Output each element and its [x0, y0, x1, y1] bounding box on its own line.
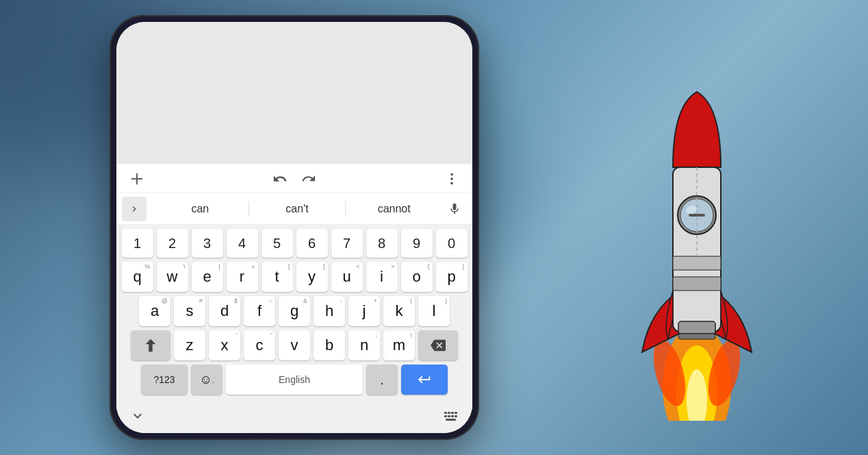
svg-rect-27 [678, 321, 715, 334]
key-2[interactable]: 2 [157, 229, 188, 258]
asdf-row: @a #s $d −f &g -h +j (k )l [119, 296, 470, 326]
key-c[interactable]: "c [244, 330, 275, 360]
key-s[interactable]: #s [174, 296, 205, 326]
suggestion-cannot[interactable]: cannot [346, 200, 442, 218]
svg-rect-13 [446, 419, 456, 421]
number-row: 1 2 3 4 5 6 7 8 9 0 [119, 229, 470, 258]
more-options-icon[interactable] [442, 169, 461, 188]
key-8[interactable]: 8 [366, 229, 398, 258]
svg-rect-6 [448, 412, 450, 414]
key-p[interactable]: }p [436, 262, 468, 292]
key-h[interactable]: -h [314, 296, 345, 326]
key-k[interactable]: (k [383, 296, 415, 326]
phone-frame: can can't cannot [110, 15, 479, 440]
svg-rect-12 [455, 415, 457, 417]
zxcv-row: z 'x "c v b ;n !m [119, 330, 470, 360]
svg-rect-11 [451, 415, 454, 417]
key-j[interactable]: +j [348, 296, 380, 326]
undo-icon[interactable] [270, 169, 290, 188]
bottom-row: ?123 ☺ , English . [119, 365, 470, 395]
svg-rect-28 [678, 334, 715, 339]
redo-icon[interactable] [299, 169, 318, 188]
key-d[interactable]: $d [209, 296, 240, 326]
key-0[interactable]: 0 [436, 229, 468, 258]
key-w[interactable]: \w [157, 262, 188, 292]
key-q[interactable]: %q [122, 262, 153, 292]
shift-key[interactable] [131, 330, 170, 360]
keyboard-body: 1 2 3 4 5 6 7 8 9 0 %q \w [116, 225, 472, 402]
key-f[interactable]: −f [244, 296, 275, 326]
num-switch-key[interactable]: ?123 [141, 365, 188, 395]
collapse-keyboard-button[interactable] [127, 406, 148, 426]
key-i[interactable]: >i [366, 262, 398, 292]
space-key[interactable]: English [226, 365, 363, 395]
key-7[interactable]: 7 [331, 229, 363, 258]
key-m[interactable]: !m [383, 330, 415, 360]
suggestions-list: can can't cannot [152, 200, 442, 218]
key-r[interactable]: =r [227, 262, 258, 292]
expand-suggestions-button[interactable] [122, 197, 146, 221]
svg-point-2 [450, 173, 453, 176]
toolbar-right [442, 169, 461, 188]
key-9[interactable]: 9 [401, 229, 433, 258]
key-v[interactable]: v [279, 330, 310, 360]
svg-rect-7 [451, 412, 454, 414]
key-n[interactable]: ;n [348, 330, 380, 360]
svg-rect-9 [444, 415, 447, 417]
key-x[interactable]: 'x [209, 330, 240, 360]
key-g[interactable]: &g [279, 296, 310, 326]
toolbar-center [270, 169, 318, 188]
key-u[interactable]: <u [331, 262, 363, 292]
key-1[interactable]: 1 [122, 229, 153, 258]
svg-point-4 [450, 182, 453, 185]
toolbar-left [127, 169, 146, 188]
svg-rect-21 [673, 277, 721, 291]
emoji-key[interactable]: ☺ , [191, 365, 222, 395]
svg-rect-1 [131, 178, 143, 180]
app-area [116, 22, 472, 164]
keyboard-toolbar [116, 164, 472, 193]
enter-key[interactable] [401, 365, 448, 395]
svg-rect-5 [444, 412, 447, 414]
space-key-label: English [279, 374, 310, 385]
svg-rect-8 [455, 412, 457, 414]
key-z[interactable]: z [174, 330, 205, 360]
key-y[interactable]: ]y [296, 262, 328, 292]
svg-rect-25 [689, 214, 705, 217]
svg-rect-20 [673, 256, 721, 270]
key-l[interactable]: )l [418, 296, 450, 326]
key-a[interactable]: @a [139, 296, 170, 326]
key-b[interactable]: b [314, 330, 345, 360]
key-5[interactable]: 5 [261, 229, 293, 258]
key-t[interactable]: [t [261, 262, 293, 292]
rocket-illustration [567, 78, 827, 421]
svg-point-3 [450, 177, 453, 180]
suggestion-cant[interactable]: can't [249, 200, 346, 218]
key-4[interactable]: 4 [227, 229, 258, 258]
key-e[interactable]: |e [192, 262, 223, 292]
keyboard-layout-icon[interactable] [441, 406, 461, 426]
key-6[interactable]: 6 [296, 229, 328, 258]
backspace-key[interactable] [418, 330, 458, 360]
keyboard-footer [116, 402, 472, 433]
phone-screen: can can't cannot [116, 22, 472, 433]
suggestion-can[interactable]: can [152, 200, 248, 218]
svg-rect-10 [448, 415, 450, 417]
qwerty-row: %q \w |e =r [t ]y <u >i {o }p [119, 262, 470, 292]
add-icon[interactable] [127, 169, 146, 188]
key-3[interactable]: 3 [192, 229, 223, 258]
suggestions-row: can can't cannot [116, 193, 472, 225]
mic-button[interactable] [442, 197, 467, 221]
key-o[interactable]: {o [401, 262, 433, 292]
period-key[interactable]: . [366, 365, 398, 395]
phone-container: can can't cannot [110, 15, 479, 440]
keyboard: can can't cannot [116, 164, 472, 433]
